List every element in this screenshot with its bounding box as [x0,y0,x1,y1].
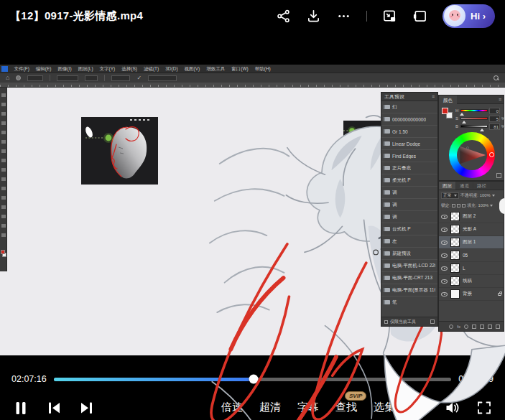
layer-thumbnail [450,276,460,286]
tab-layers: 图层 [439,182,455,190]
foreground-color-swatch [442,108,448,114]
brush-tip-icon [384,276,390,280]
ps-option-chip [85,75,98,81]
adjustment-layer-icon [472,325,476,329]
layer-mask-icon [464,325,468,329]
tool-preset-row: 笔 [381,297,437,308]
tool-preset-row: 调 [381,199,437,211]
layer-row: 图层 2 [439,210,504,223]
layer-visibility-eye-icon [441,253,448,258]
triangle-marker [466,146,469,149]
tool-preset-row: 电脑-平面机-LCD 226 [381,260,437,272]
side-panel-handle[interactable] [499,198,505,214]
tool-preset-row: Find Edges [381,150,437,162]
brush-tip-icon [384,300,390,304]
ps-brush-preview [16,75,21,80]
blend-mode-select: 正常 [441,192,459,199]
brush-tip-icon [384,166,390,170]
ps-ruler [0,83,505,88]
layer-thumbnail [450,289,460,299]
tab-channels: 通道 [456,182,473,190]
brush-tip-icon [384,202,390,207]
assistant-label: Hi › [471,11,486,22]
layer-visibility-eye-icon [441,228,448,232]
assistant-button[interactable]: Hi › [443,4,495,28]
layer-visibility-eye-icon [441,215,448,219]
opacity-value: 100% [480,193,491,197]
delete-layer-icon [496,325,500,329]
brightness-slider-row: B 81 % [455,123,505,129]
ps-menu-item: 视图(V) [181,65,203,73]
layer-row: L [439,262,504,275]
tool-preset-row: 幻 [381,101,437,113]
brush-tip-icon [384,190,390,195]
brightness-slider [460,125,488,128]
layer-row: 05 [439,249,504,262]
mini-player-icon[interactable] [412,9,427,24]
layer-row: 光影 A [439,223,504,236]
ps-color-panel: 颜色 ≡ H 0 S 5 % B 81 [438,95,504,181]
lock-all-icon [462,204,465,207]
tool-presets-list: 幻 0000000000000 Gr 1.50 Linear D [381,101,437,308]
brightness-value: 81 [489,123,500,130]
video-player-window: 【12】0917-光影情感.mp4 [0,0,505,420]
top-actions: Hi › [276,4,495,28]
ps-home-icon: ⌂ [6,75,9,81]
share-icon[interactable] [276,9,291,24]
ps-tool-presets-panel: 工具预设 ≡ 幻 0000000000000 [381,92,438,327]
layer-visibility-eye-icon [441,292,448,297]
ps-menu-item: 滤镜(T) [140,65,162,73]
panel-menu-icon: ≡ [499,97,504,102]
color-panel-tab: 颜色 [439,95,457,104]
ps-menu-item: 图层(L) [75,65,96,73]
color-panel-corner-icon [496,173,501,178]
more-icon[interactable] [336,9,351,24]
reference-head-traced [81,117,158,185]
color-swatches [442,108,453,119]
fill-value: 100% [478,203,488,207]
brush-tip-icon [384,239,390,243]
assistant-avatar [444,5,465,27]
toolbar-divider [366,11,367,22]
brush-tip-icon [384,141,390,146]
screenshot-icon[interactable] [382,9,397,24]
tab-paths: 路径 [473,182,490,190]
ps-menu-bar: 文件(F)编辑(E)图像(I)图层(L)文字(Y)选择(S)滤镜(T)3D(D)… [0,65,505,73]
brush-tip-icon [384,117,390,121]
tool-preset-row: 左 [381,235,437,248]
ps-option-toggle: ✓ [136,75,142,81]
layer-lock-icon [498,293,501,296]
layer-row: 图层 1 [439,236,504,249]
light-source-dot [106,135,112,141]
brush-tip-icon [384,215,390,219]
layer-thumbnail [450,251,460,260]
layers-panel-tabs: 图层 通道 路径 [439,182,504,190]
layer-effects-icon: fx [457,325,460,329]
player-top-bar: 【12】0917-光影情感.mp4 [0,0,505,32]
hue-ring-marker [489,152,494,157]
download-icon[interactable] [306,9,321,24]
video-content-area[interactable]: 文件(F)编辑(E)图像(I)图层(L)文字(Y)选择(S)滤镜(T)3D(D)… [0,32,505,366]
layer-thumbnail [450,263,460,273]
tool-preset-row: 正片叠底 [381,162,437,174]
layer-thumbnail [450,238,460,247]
link-layers-icon [449,325,453,329]
tool-presets-header: 工具预设 ≡ [381,93,437,101]
brush-tip-icon [384,105,390,109]
layer-row: 线稿 [439,275,504,288]
photoshop-logo [1,66,8,72]
color-wheel [449,132,495,178]
brush-tip-icon [384,263,390,268]
tool-preset-row: 调 [381,211,437,223]
panel-menu-icon: ≡ [432,94,435,99]
ps-menu-item: 3D(D) [162,65,181,73]
ps-menu-item: 选择(S) [119,65,141,73]
saturation-slider-row: S 5 % [455,116,505,121]
tool-preset-row: Gr 1.50 [381,126,437,138]
lock-pixels-icon [457,204,460,207]
ps-menu-item: 文件(F) [11,65,32,73]
brush-tip-icon [384,251,390,256]
tool-preset-row: 台式机 P [381,223,437,235]
ps-menu-item: 文字(Y) [96,65,119,73]
blend-mode-row: 正常 不透明度: 100% [439,190,504,200]
